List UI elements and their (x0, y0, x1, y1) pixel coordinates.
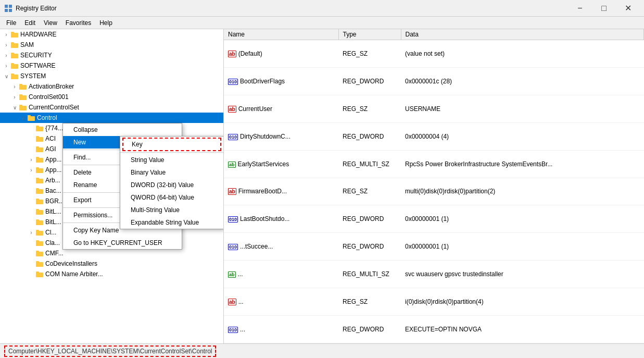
folder-icon-arb (35, 176, 44, 184)
tree-item-controlset001[interactable]: › ControlSet001 (0, 92, 223, 102)
col-name[interactable]: Name (224, 29, 338, 40)
cell-type: REG_SZ (338, 288, 401, 316)
expand-app1[interactable]: › (27, 155, 35, 164)
folder-icon-bac (35, 187, 44, 195)
col-type[interactable]: Type (338, 29, 401, 40)
table-row[interactable]: ab(Default) REG_SZ (value not set) (224, 40, 644, 68)
folder-icon-system (10, 72, 19, 80)
svg-rect-24 (36, 137, 43, 142)
expand-comname[interactable] (27, 270, 35, 278)
reg-multi-icon: ab (228, 162, 236, 168)
menu-file[interactable]: File (2, 18, 20, 28)
expand-aci[interactable] (27, 134, 35, 143)
submenu-qword64[interactable]: QWORD (64-bit) Value (120, 191, 223, 204)
svg-rect-22 (36, 127, 43, 131)
tree-item-security[interactable]: › SECURITY (0, 50, 223, 60)
cell-type: REG_DWORD (338, 122, 401, 150)
folder-icon-hardware (10, 30, 19, 39)
submenu-multistring-label: Multi-String Value (131, 206, 180, 214)
tree-item-activationbroker[interactable]: › ActivationBroker (0, 81, 223, 92)
cell-name: abFirmwareBootD... (224, 178, 338, 205)
expand-bitl1[interactable] (27, 207, 35, 216)
table-row[interactable]: 010...tSuccee... REG_DWORD 0x00000001 (1… (224, 233, 644, 261)
expand-controlset001[interactable]: › (10, 93, 19, 101)
cell-name: abEarlyStartServices (224, 150, 338, 178)
expand-software[interactable]: › (2, 61, 10, 70)
tree-item-hardware[interactable]: › HARDWARE (0, 29, 223, 40)
expand-bgr[interactable] (27, 197, 35, 205)
submenu-dword32-label: DWORD (32-bit) Value (131, 181, 194, 189)
svg-rect-6 (11, 43, 18, 48)
expand-bitl2[interactable] (27, 218, 35, 226)
tree-label-agi: AGI (45, 145, 56, 153)
submenu-key[interactable]: Key (122, 138, 221, 151)
folder-icon-app2 (35, 166, 44, 174)
submenu-dword32[interactable]: DWORD (32-bit) Value (120, 179, 223, 191)
tree-item-cmf[interactable]: CMF... (0, 248, 223, 258)
cell-data: USERNAME (401, 95, 644, 122)
cell-name: ab(Default) (224, 40, 338, 68)
tree-item-sam[interactable]: › SAM (0, 40, 223, 50)
expand-system[interactable]: ∨ (2, 72, 10, 80)
submenu-string-value[interactable]: String Value (120, 154, 223, 166)
expand-sam[interactable]: › (2, 41, 10, 49)
table-row[interactable]: 010BootDriverFlags REG_DWORD 0x0000001c … (224, 67, 644, 95)
submenu-expandable[interactable]: Expandable String Value (120, 216, 223, 229)
tree-label-bgr: BGR... (45, 197, 64, 205)
expand-arb[interactable] (27, 176, 35, 184)
table-row[interactable]: abFirmwareBootD... REG_SZ multi(0)disk(0… (224, 178, 644, 205)
table-row[interactable]: 010... REG_DWORD EXECUTE=OPTIN NOVGA (224, 316, 644, 343)
tree-item-codevice[interactable]: CoDeviceInstallers (0, 258, 223, 269)
ctx-goto-hkcu[interactable]: Go to HKEY_CURRENT_USER (63, 237, 182, 249)
menu-view[interactable]: View (40, 18, 61, 28)
expand-cl[interactable]: › (27, 228, 35, 237)
expand-774[interactable] (27, 124, 35, 132)
close-button[interactable]: ✕ (616, 0, 640, 17)
minimize-button[interactable]: − (568, 0, 592, 17)
table-row[interactable]: ab... REG_SZ i(0)disk(0)rdisk(0)partitio… (224, 288, 644, 316)
cell-type: REG_MULTI_SZ (338, 261, 401, 288)
svg-rect-44 (36, 241, 43, 246)
svg-rect-21 (28, 115, 31, 117)
expand-agi[interactable] (27, 145, 35, 153)
maximize-button[interactable]: □ (592, 0, 616, 17)
tree-item-currentcontrolset[interactable]: ∨ CurrentControlSet (0, 102, 223, 113)
ctx-permissions-label: Permissions... (73, 212, 112, 219)
tree-item-comname[interactable]: COM Name Arbiter... (0, 269, 223, 279)
expand-bac[interactable] (27, 187, 35, 195)
svg-rect-37 (36, 199, 39, 200)
expand-security[interactable]: › (2, 51, 10, 59)
expand-cla[interactable] (27, 239, 35, 247)
ctx-collapse[interactable]: Collapse (63, 124, 182, 136)
reg-dword-icon: 010 (228, 216, 238, 223)
expand-currentcontrolset[interactable]: ∨ (10, 103, 19, 112)
submenu-binary-value[interactable]: Binary Value (120, 166, 223, 179)
svg-rect-11 (11, 63, 14, 65)
menu-help[interactable]: Help (95, 18, 117, 28)
table-row[interactable]: abEarlyStartServices REG_MULTI_SZ RpcSs … (224, 150, 644, 178)
table-row[interactable]: 010LastBootShutdo... REG_DWORD 0x0000000… (224, 205, 644, 233)
svg-rect-29 (36, 157, 39, 158)
expand-app2[interactable]: › (27, 166, 35, 174)
svg-rect-16 (19, 95, 27, 100)
tree-item-system[interactable]: ∨ SYSTEM (0, 71, 223, 81)
table-row[interactable]: ab... REG_MULTI_SZ svc wuauserv gpsvc tr… (224, 261, 644, 288)
menu-edit[interactable]: Edit (20, 18, 40, 28)
cell-name: ab... (224, 288, 338, 316)
cell-type: REG_SZ (338, 40, 401, 68)
expand-control[interactable]: ∨ (19, 114, 27, 122)
table-row[interactable]: 010DirtyShutdownC... REG_DWORD 0x0000000… (224, 122, 644, 150)
svg-rect-5 (11, 32, 14, 33)
expand-activationbroker[interactable]: › (10, 82, 19, 91)
submenu-multistring[interactable]: Multi-String Value (120, 204, 223, 216)
tree-item-software[interactable]: › SOFTWARE (0, 60, 223, 71)
expand-codevice[interactable] (27, 260, 35, 268)
expand-hardware[interactable]: › (2, 30, 10, 39)
svg-rect-46 (36, 252, 43, 256)
col-data[interactable]: Data (401, 29, 644, 40)
menu-favorites[interactable]: Favorites (61, 18, 95, 28)
expand-cmf[interactable] (27, 249, 35, 257)
table-row[interactable]: abCurrentUser REG_SZ USERNAME (224, 95, 644, 122)
main-container: › HARDWARE › SAM › SECURITY (0, 29, 644, 343)
tree-item-control[interactable]: ∨ Control (0, 113, 223, 123)
